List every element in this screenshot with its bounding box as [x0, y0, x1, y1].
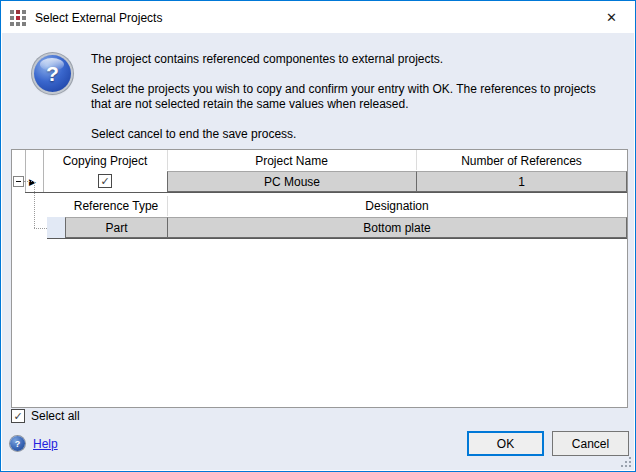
grid-line	[25, 150, 26, 192]
checkmark-icon: ✓	[13, 411, 22, 422]
tree-line	[24, 181, 34, 182]
app-icon	[10, 10, 26, 26]
window-title: Select External Projects	[35, 11, 162, 25]
dialog-content: ? The project contains referenced compon…	[2, 33, 634, 470]
column-header-copying-project: Copying Project	[43, 150, 167, 171]
select-all-row: ✓ Select all	[11, 409, 80, 423]
help-icon: ?	[10, 436, 25, 451]
column-header-project-name: Project Name	[167, 150, 416, 171]
close-button[interactable]: ✕	[589, 2, 634, 33]
cancel-button[interactable]: Cancel	[552, 431, 629, 456]
dialog-window: Select External Projects ✕ ? The project…	[0, 0, 636, 472]
subrow-bottom-line	[47, 238, 627, 239]
project-name-cell[interactable]: PC Mouse	[167, 171, 417, 192]
message-line-1: The project contains referenced componen…	[91, 52, 606, 67]
tree-line	[34, 228, 47, 229]
subrow-indicator-cell	[47, 217, 65, 238]
header-divider	[416, 150, 417, 170]
ok-button[interactable]: OK	[467, 431, 544, 456]
grid-line	[43, 150, 44, 192]
message-line-3: Select cancel to end the save process.	[91, 127, 606, 142]
select-all-label: Select all	[31, 409, 80, 423]
title-bar: Select External Projects ✕	[2, 2, 634, 33]
message-block: The project contains referenced componen…	[91, 52, 606, 157]
help-row: ? Help	[10, 436, 58, 451]
message-line-2: Select the projects you wish to copy and…	[91, 82, 606, 112]
checkmark-icon: ✓	[100, 176, 109, 187]
subcolumn-header-reference-type: Reference Type	[65, 195, 167, 217]
copying-project-checkbox[interactable]: ✓	[98, 174, 112, 188]
reference-type-cell[interactable]: Part	[65, 217, 168, 238]
header-divider	[167, 150, 168, 170]
select-all-checkbox[interactable]: ✓	[11, 409, 25, 423]
minus-icon	[16, 181, 21, 182]
close-icon: ✕	[606, 10, 617, 25]
number-of-references-cell[interactable]: 1	[416, 171, 627, 192]
collapse-expander-button[interactable]	[13, 176, 24, 187]
row-bottom-line	[25, 192, 627, 193]
resize-grip-icon[interactable]	[620, 456, 631, 467]
tree-line	[34, 182, 35, 228]
column-header-number-of-references: Number of References	[416, 150, 627, 171]
designation-cell[interactable]: Bottom plate	[167, 217, 627, 238]
projects-table: Copying Project Project Name Number of R…	[11, 149, 628, 408]
question-icon: ?	[34, 55, 71, 92]
header-divider	[167, 196, 168, 216]
help-link[interactable]: Help	[33, 437, 58, 451]
subcolumn-header-designation: Designation	[167, 195, 627, 217]
